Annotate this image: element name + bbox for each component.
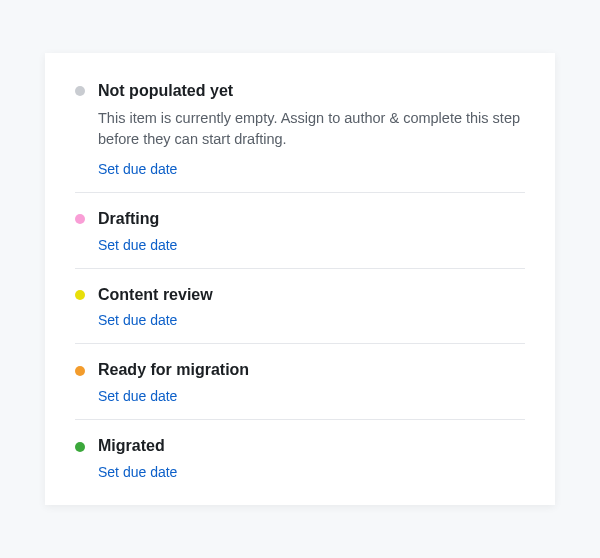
status-dot-icon — [75, 442, 85, 452]
step-title: Ready for migration — [98, 360, 249, 381]
step-body: Set due date — [75, 463, 525, 481]
workflow-step: Content review Set due date — [75, 269, 525, 345]
workflow-steps-card: Not populated yet This item is currently… — [45, 53, 555, 505]
step-header: Ready for migration — [75, 360, 525, 381]
status-dot-icon — [75, 86, 85, 96]
step-title: Content review — [98, 285, 213, 306]
set-due-date-link[interactable]: Set due date — [98, 388, 177, 404]
step-title: Drafting — [98, 209, 159, 230]
status-dot-icon — [75, 214, 85, 224]
step-title: Not populated yet — [98, 81, 233, 102]
step-body: This item is currently empty. Assign to … — [75, 108, 525, 178]
step-body: Set due date — [75, 311, 525, 329]
step-description: This item is currently empty. Assign to … — [98, 108, 525, 150]
set-due-date-link[interactable]: Set due date — [98, 237, 177, 253]
step-header: Drafting — [75, 209, 525, 230]
workflow-step: Ready for migration Set due date — [75, 344, 525, 420]
step-header: Content review — [75, 285, 525, 306]
set-due-date-link[interactable]: Set due date — [98, 464, 177, 480]
step-title: Migrated — [98, 436, 165, 457]
status-dot-icon — [75, 290, 85, 300]
status-dot-icon — [75, 366, 85, 376]
step-body: Set due date — [75, 387, 525, 405]
workflow-step: Migrated Set due date — [75, 420, 525, 481]
step-header: Migrated — [75, 436, 525, 457]
set-due-date-link[interactable]: Set due date — [98, 312, 177, 328]
set-due-date-link[interactable]: Set due date — [98, 161, 177, 177]
workflow-step: Not populated yet This item is currently… — [75, 81, 525, 193]
workflow-step: Drafting Set due date — [75, 193, 525, 269]
step-header: Not populated yet — [75, 81, 525, 102]
step-body: Set due date — [75, 236, 525, 254]
